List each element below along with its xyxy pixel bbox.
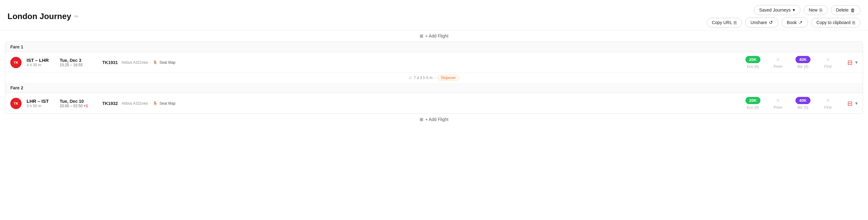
flight-info-2: TK1932 Airbus A321neo · 🪑 Seat Map	[102, 101, 739, 106]
copy-url-icon: ⎘	[734, 20, 737, 25]
add-flight-bottom-label: + Add Flight	[425, 117, 448, 122]
saved-journeys-label: Saved Journeys	[759, 7, 790, 12]
airline-logo-1: TK	[10, 57, 22, 68]
remove-flight-2-button[interactable]: ⊟	[847, 100, 853, 106]
stopover-badge: Stopover	[437, 75, 459, 81]
eco-label-1: Eco (6)	[747, 64, 759, 69]
fare-option-first-1: ✕ First	[818, 56, 837, 69]
saved-journeys-button[interactable]: Saved Journeys ▾	[754, 5, 800, 15]
separator-1: ·	[150, 60, 151, 65]
book-icon: ↗	[799, 20, 803, 25]
eco-badge-1[interactable]: 20K	[745, 56, 761, 63]
seat-map-link-1[interactable]: Seat Map	[159, 60, 176, 65]
expand-flight-1-button[interactable]: ▾	[855, 59, 858, 65]
fare-option-eco-2: 20K Eco (6)	[744, 97, 762, 110]
add-flight-top-icon: ⊞	[420, 33, 423, 38]
first-unavailable-1: ✕	[826, 56, 831, 63]
prem-label-1: Prem	[774, 64, 783, 69]
fare-options-1: 20K Eco (6) ✕ Prem 40K Biz (4) ✕ First	[744, 56, 837, 69]
edit-icon[interactable]: ✏	[74, 13, 79, 20]
route-code-2: LHR – IST	[27, 98, 55, 104]
copy-url-button[interactable]: Copy URL ⎘	[707, 18, 742, 28]
eco-badge-2[interactable]: 20K	[745, 97, 761, 104]
add-flight-top-label: + Add Flight	[425, 33, 448, 38]
fare-option-biz-1: 40K Biz (4)	[794, 56, 812, 69]
header-left: London Journey ✏	[7, 11, 79, 21]
date-time-2: 20:00 – 02:50 +1	[60, 104, 97, 108]
aircraft-name-1: Airbus A321neo	[122, 60, 148, 65]
aircraft-name-2: Airbus A321neo	[122, 101, 148, 106]
stopover-duration: 7 d 3 h 5 m	[414, 75, 432, 80]
fare-1-header: Fare 1	[5, 42, 863, 52]
fare-2-header: Fare 2	[5, 83, 863, 93]
route-code-1: IST – LHR	[27, 58, 55, 63]
route-duration-2: 3 h 50 m	[27, 104, 55, 108]
flight-number-2: TK1932	[102, 101, 118, 106]
new-button[interactable]: New ⎘	[804, 5, 828, 15]
first-label-2: First	[824, 105, 831, 110]
book-label: Book	[787, 20, 797, 25]
expand-flight-2-button[interactable]: ▾	[855, 100, 858, 106]
chevron-down-icon: ▾	[793, 7, 795, 13]
seat-icon-1: 🪑	[153, 60, 158, 65]
trash-icon: 🗑	[850, 7, 855, 13]
row-actions-1: ⊟ ▾	[847, 59, 858, 66]
flight-info-1: TK1931 Airbus A321neo · 🪑 Seat Map	[102, 60, 739, 65]
add-flight-top[interactable]: ⊞ + Add Flight	[0, 30, 868, 41]
fare-2-label: Fare 2	[10, 85, 23, 90]
date-time-1: 15:25 – 16:55	[60, 63, 97, 67]
unshare-label: Unshare	[750, 20, 767, 25]
stopover-icon: ⊞	[409, 75, 412, 80]
fare-option-prem-1: ✕ Prem	[769, 56, 787, 69]
biz-label-1: Biz (4)	[798, 64, 809, 69]
flight-aircraft-2: Airbus A321neo · 🪑 Seat Map	[122, 101, 176, 106]
unshare-button[interactable]: Unshare ↺	[745, 18, 778, 28]
prem-label-2: Prem	[774, 105, 783, 110]
remove-flight-1-button[interactable]: ⊟	[847, 59, 853, 66]
fare-1-label: Fare 1	[10, 44, 23, 50]
seat-map-link-2[interactable]: Seat Map	[159, 101, 176, 106]
date-label-1: Tue, Dec 3	[60, 58, 97, 63]
flight-number-1: TK1931	[102, 60, 118, 65]
add-flight-bottom[interactable]: ⊞ + Add Flight	[0, 114, 868, 125]
copy-clipboard-label: Copy to clipboard	[816, 20, 850, 25]
row-actions-2: ⊟ ▾	[847, 100, 858, 106]
header-right: Saved Journeys ▾ New ⎘ Delete 🗑 Copy URL…	[707, 5, 861, 28]
airline-code-2: TK	[14, 101, 19, 105]
fare-options-2: 20K Eco (6) ✕ Prem 40K Biz (5) ✕ First	[744, 97, 837, 110]
delete-button[interactable]: Delete 🗑	[831, 5, 861, 15]
prem-unavailable-2: ✕	[776, 97, 780, 104]
first-unavailable-2: ✕	[826, 97, 831, 104]
prem-unavailable-1: ✕	[776, 56, 780, 63]
new-icon: ⎘	[819, 7, 823, 13]
fare-option-prem-2: ✕ Prem	[769, 97, 787, 110]
separator-2: ·	[150, 101, 151, 106]
biz-badge-2[interactable]: 40K	[796, 97, 810, 104]
airline-code-1: TK	[14, 61, 19, 64]
flight-date-2: Tue, Dec 10 20:00 – 02:50 +1	[60, 99, 97, 108]
biz-label-2: Biz (5)	[798, 105, 809, 110]
delete-label: Delete	[836, 7, 848, 12]
copy-clipboard-button[interactable]: Copy to clipboard ⎘	[811, 18, 861, 28]
route-duration-1: 4 h 30 m	[27, 63, 55, 67]
flight-date-1: Tue, Dec 3 15:25 – 16:55	[60, 58, 97, 67]
fare-option-first-2: ✕ First	[818, 97, 837, 110]
date-label-2: Tue, Dec 10	[60, 99, 97, 104]
page-title: London Journey	[7, 11, 71, 21]
flight-route-2: LHR – IST 3 h 50 m	[27, 98, 55, 108]
seat-icon-2: 🪑	[153, 101, 158, 106]
header-buttons-row1: Saved Journeys ▾ New ⎘ Delete 🗑	[754, 5, 861, 15]
fare-section-1: Fare 1 TK IST – LHR 4 h 30 m Tue, Dec 3 …	[5, 41, 863, 114]
biz-badge-1[interactable]: 40K	[796, 56, 810, 63]
stopover-dot: ·	[434, 75, 435, 80]
fare-option-biz-2: 40K Biz (5)	[794, 97, 812, 110]
airline-logo-2: TK	[10, 98, 22, 109]
header-buttons-row2: Copy URL ⎘ Unshare ↺ Book ↗ Copy to clip…	[707, 18, 861, 28]
add-flight-bottom-icon: ⊞	[420, 117, 423, 122]
new-label: New	[809, 7, 818, 12]
stopover-bar: ⊞ 7 d 3 h 5 m · Stopover	[5, 73, 863, 83]
flight-row-1: TK IST – LHR 4 h 30 m Tue, Dec 3 15:25 –…	[5, 52, 863, 73]
book-button[interactable]: Book ↗	[781, 18, 808, 28]
date-time-value-2: 20:00 – 02:50	[60, 104, 84, 108]
first-label-1: First	[824, 64, 831, 69]
